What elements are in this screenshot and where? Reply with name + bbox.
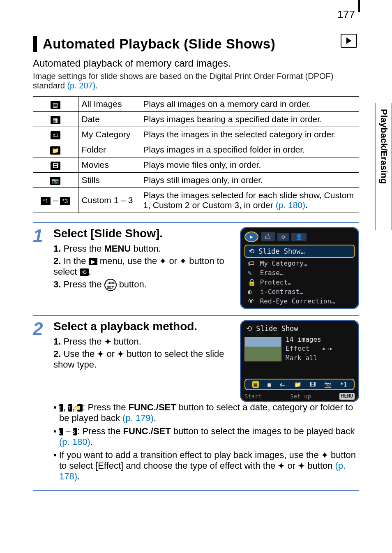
option-label: Stills (78, 173, 140, 188)
menu-item: 🏷 My Category… (244, 259, 355, 268)
menu-item: ◐ i-Contrast… (244, 287, 355, 296)
menu-item-highlighted: ⟲ Slide Show… (244, 245, 355, 258)
slideshow-icon: ⟲ (80, 268, 89, 276)
substep: 3. Press the FUNCSET button. (53, 279, 233, 291)
step-title: Select a playback method. (53, 320, 233, 333)
link: (p. 179) (122, 413, 154, 423)
page-title: Automated Playback (Slide Shows) (33, 36, 359, 52)
left-arrow-icon: ✦ (97, 349, 104, 359)
page-number: 177 (337, 8, 355, 21)
start-label: Start (244, 393, 262, 400)
option-link: (p. 180) (276, 200, 305, 210)
options-table: ▤All ImagesPlays all images on a memory … (33, 96, 359, 213)
mode-icon: 🏷 (68, 404, 72, 412)
step-1: 1Select [Slide Show].1. Press the MENU b… (33, 222, 359, 315)
up-arrow-icon: ✦ (104, 337, 111, 346)
screenshot-bottom: StartSet upMENU (244, 393, 355, 400)
tab-icon: 凸 (261, 232, 275, 241)
intro-text-1: Automated playback of memory card images… (33, 58, 359, 69)
option-row: 📷StillsPlays still images only, in order… (33, 173, 359, 188)
play-menu-icon: ▶ (89, 258, 97, 265)
bullet: *1 – *3: Press the FUNC./SET button to s… (53, 426, 359, 447)
option-desc: Plays images in a specified folder in or… (140, 142, 359, 157)
option-desc: Plays still images only, in order. (140, 173, 359, 188)
option-label: My Category (78, 127, 140, 142)
mode-icon: 📁 (77, 404, 83, 412)
page-tick-mark (358, 0, 360, 12)
option-label: All Images (78, 97, 140, 112)
option-row: ▤All ImagesPlays all images on a memory … (33, 97, 359, 112)
option-desc: Plays images bearing a specified date in… (140, 112, 359, 127)
menu-button-label: MENU (339, 393, 355, 400)
option-icon: 📷 (50, 177, 60, 185)
custom-icon-to: *3 (60, 197, 70, 205)
tab-icon: 👤 (291, 233, 307, 241)
tabstrip-item: ▦ (267, 381, 271, 388)
custom-icon-dash: – (51, 195, 60, 205)
option-icon-cell: 🏷 (33, 127, 78, 142)
custom-icon-from: *1 (41, 197, 51, 205)
option-row: ▦DatePlays images bearing a specified da… (33, 112, 359, 127)
substep: 1. Press the ✦ button. (53, 336, 233, 347)
custom-icon: *1 (59, 428, 63, 435)
option-icon: 🏷 (51, 131, 60, 139)
substep: 1. Press the MENU button. (53, 243, 233, 254)
intro-text-2b: . (95, 81, 98, 90)
substep: 2. Use the ✦ or ✦ button to select the s… (53, 349, 233, 370)
custom-icon: *3 (73, 428, 77, 435)
section-tab: Playback/Erasing (376, 103, 392, 230)
screenshot-info: 14 imagesEffect ◂▫▸Mark all (286, 335, 333, 363)
option-row: 🎞MoviesPlays movie files only, in order. (33, 157, 359, 173)
step-number: 1 (33, 227, 53, 309)
step-2-bullets: ▦, 🏷, 📁: Press the FUNC./SET button to s… (53, 402, 359, 482)
setup-label: Set up (290, 393, 311, 400)
option-label: Custom 1 – 3 (78, 188, 140, 213)
func-set-icon: FUNCSET (104, 279, 117, 291)
thumbnail (244, 337, 281, 361)
play-mode-icon (341, 34, 357, 48)
left-arrow-icon: ✦ (278, 461, 285, 470)
tabstrip-item: 📷 (324, 381, 331, 388)
option-icon-cell: ▦ (33, 112, 78, 127)
option-icon-cell: 🎞 (33, 157, 78, 173)
tabstrip: ▤▦🏷📁🎞📷*1 (244, 379, 355, 390)
menu-item: ✎ Erase… (244, 268, 355, 278)
option-desc: Plays the images selected for each slide… (140, 188, 359, 213)
right-arrow-icon: ✦ (117, 349, 124, 359)
menu-item: 🔒 Protect… (244, 278, 355, 287)
tabstrip-item: 🏷 (280, 381, 286, 388)
option-icon-cell: *1 – *3 (33, 188, 78, 213)
menu-item: 👁 Red-Eye Correction… (244, 296, 355, 306)
down-arrow-icon: ✦ (180, 257, 187, 266)
image-count: 14 images (286, 335, 333, 344)
option-icon: 📁 (50, 146, 60, 155)
option-icon: ▤ (51, 101, 60, 109)
bullet: If you want to add a transition effect t… (53, 450, 359, 482)
effect-row: Effect ◂▫▸ (286, 344, 333, 353)
tabstrip-item: 🎞 (310, 381, 316, 388)
option-row-custom: *1 – *3Custom 1 – 3Plays the images sele… (33, 188, 359, 213)
up-arrow-icon: ✦ (159, 257, 166, 266)
step-2: 2Select a playback method.1. Press the ✦… (33, 315, 359, 491)
tab-icon: ⚙ (277, 233, 289, 241)
tabstrip-item: *1 (340, 381, 347, 388)
camera-screenshot-2: ⟲ Slide Show14 imagesEffect ◂▫▸Mark all▤… (240, 320, 359, 402)
step-2-substeps: 1. Press the ✦ button.2. Use the ✦ or ✦ … (53, 336, 233, 370)
mark-all: Mark all (286, 354, 333, 363)
option-icon-cell: 📁 (33, 142, 78, 157)
option-icon: ▦ (51, 116, 60, 124)
option-icon-cell: 📷 (33, 173, 78, 188)
option-label: Date (78, 112, 140, 127)
step-number: 2 (33, 320, 53, 484)
mode-icon: ▦ (59, 404, 63, 412)
intro-link: (p. 207) (67, 81, 95, 90)
option-desc: Plays the images in the selected categor… (140, 127, 359, 142)
screenshot-title: ⟲ Slide Show (244, 324, 355, 333)
option-icon: 🎞 (51, 162, 60, 170)
right-arrow-icon: ✦ (298, 461, 305, 470)
step-title: Select [Slide Show]. (53, 227, 233, 240)
screenshot-tabs: 凸⚙👤 (244, 231, 355, 242)
option-label: Folder (78, 142, 140, 157)
option-icon-cell: ▤ (33, 97, 78, 112)
steps-container: 1Select [Slide Show].1. Press the MENU b… (33, 222, 359, 491)
